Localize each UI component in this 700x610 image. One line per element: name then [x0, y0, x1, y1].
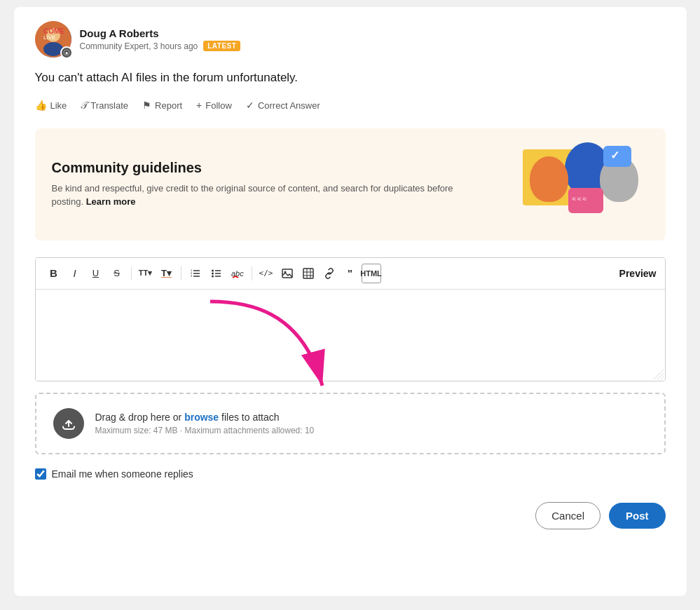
toolbar-italic[interactable]: I: [65, 264, 85, 283]
toolbar-font-size[interactable]: TT▾: [136, 264, 156, 283]
illus-orange-head: [530, 156, 568, 202]
illus-speech-blue: [603, 146, 631, 167]
toolbar-ordered-list[interactable]: 123: [186, 264, 205, 283]
toolbar-quote[interactable]: ": [341, 264, 360, 283]
dropzone-text-group: Drag & drop here or browse files to atta…: [95, 412, 315, 435]
toolbar-divider-1: [131, 266, 132, 280]
svg-rect-22: [303, 269, 313, 278]
guidelines-banner: Community guidelines Be kind and respect…: [35, 128, 666, 240]
email-notify-checkbox[interactable]: [35, 468, 46, 480]
svg-text:3: 3: [191, 274, 193, 278]
like-label: Like: [50, 100, 67, 111]
svg-line-28: [657, 373, 664, 379]
like-icon: 👍: [35, 100, 47, 111]
toolbar-bullet-list[interactable]: [207, 264, 226, 283]
email-checkbox-row: Email me when someone replies: [35, 468, 666, 480]
post-actions: 👍 Like 𝒯 Translate ⚑ Report + Follow ✓ C…: [35, 100, 666, 111]
post-content: You can't attach AI files in the forum u…: [35, 69, 666, 87]
translate-button[interactable]: 𝒯 Translate: [81, 100, 128, 111]
correct-answer-button[interactable]: ✓ Correct Answer: [246, 100, 320, 111]
post-button[interactable]: Post: [609, 503, 666, 529]
editor-body[interactable]: [36, 290, 665, 381]
post-meta: Doug A Roberts Community Expert, 3 hours…: [80, 27, 241, 51]
post-header: COME LIVE ★ Doug A Roberts Community Exp…: [35, 21, 666, 57]
avatar-wrapper: COME LIVE ★: [35, 21, 71, 57]
post-author: Doug A Roberts: [80, 27, 241, 39]
learn-more-link[interactable]: Learn more: [86, 196, 136, 207]
upload-icon: [53, 408, 84, 439]
file-dropzone[interactable]: Drag & drop here or browse files to atta…: [35, 393, 666, 454]
svg-line-29: [661, 377, 664, 379]
browse-link[interactable]: browse: [184, 412, 219, 423]
toolbar-bold[interactable]: B: [44, 264, 64, 283]
cancel-button[interactable]: Cancel: [535, 502, 601, 529]
post-subtitle: Community Expert, 3 hours ago LATEST: [80, 41, 241, 51]
report-icon: ⚑: [142, 100, 151, 111]
toolbar-html[interactable]: HTML: [362, 264, 381, 283]
editor-resize-handle[interactable]: [654, 370, 664, 379]
dropzone-text-sub: Maximum size: 47 MB · Maximum attachment…: [95, 426, 315, 435]
toolbar-divider-3: [252, 266, 252, 280]
post-meta-text: Community Expert, 3 hours ago: [80, 41, 198, 51]
like-button[interactable]: 👍 Like: [35, 100, 67, 111]
form-footer: Cancel Post: [35, 502, 666, 529]
follow-label: Follow: [205, 100, 232, 111]
latest-badge: LATEST: [203, 41, 240, 51]
follow-button[interactable]: + Follow: [196, 100, 232, 111]
translate-icon: 𝒯: [81, 100, 87, 111]
guidelines-text: Community guidelines Be kind and respect…: [52, 160, 472, 209]
guidelines-title: Community guidelines: [52, 160, 472, 176]
svg-point-16: [212, 269, 214, 271]
arrow-overlay: Drag & drop here or browse files to atta…: [35, 393, 666, 454]
svg-point-18: [212, 275, 214, 277]
svg-text:★: ★: [64, 50, 69, 55]
svg-point-17: [212, 272, 214, 274]
illus-speech-pink: [568, 188, 603, 213]
svg-text:abc: abc: [231, 269, 244, 278]
checkmark-icon: ✓: [246, 100, 254, 111]
toolbar-table[interactable]: [298, 264, 318, 283]
editor-container: B I U S TT▾ T▾ 123 abc </>: [35, 257, 666, 381]
report-button[interactable]: ⚑ Report: [142, 100, 182, 111]
svg-text:LIVE: LIVE: [43, 34, 55, 41]
correct-answer-label: Correct Answer: [258, 100, 320, 111]
toolbar-code[interactable]: </>: [256, 264, 276, 283]
translate-label: Translate: [90, 100, 128, 111]
editor-toolbar: B I U S TT▾ T▾ 123 abc </>: [36, 258, 665, 290]
guidelines-illustration: [523, 142, 649, 226]
toolbar-image[interactable]: [277, 264, 297, 283]
page-container: COME LIVE ★ Doug A Roberts Community Exp…: [14, 7, 687, 596]
dropzone-text-main: Drag & drop here or browse files to atta…: [95, 412, 315, 423]
follow-icon: +: [196, 100, 202, 111]
toolbar-font-color[interactable]: T▾: [157, 264, 177, 283]
report-label: Report: [155, 100, 182, 111]
toolbar-strikethrough[interactable]: S: [107, 264, 127, 283]
toolbar-preview[interactable]: Preview: [619, 268, 657, 279]
avatar-badge: ★: [60, 46, 73, 59]
email-notify-label[interactable]: Email me when someone replies: [52, 468, 193, 480]
guidelines-description: Be kind and respectful, give credit to t…: [52, 182, 472, 209]
toolbar-link[interactable]: [320, 264, 339, 283]
toolbar-spellcheck[interactable]: abc: [228, 264, 247, 283]
toolbar-underline[interactable]: U: [86, 264, 106, 283]
toolbar-divider-2: [181, 266, 181, 280]
